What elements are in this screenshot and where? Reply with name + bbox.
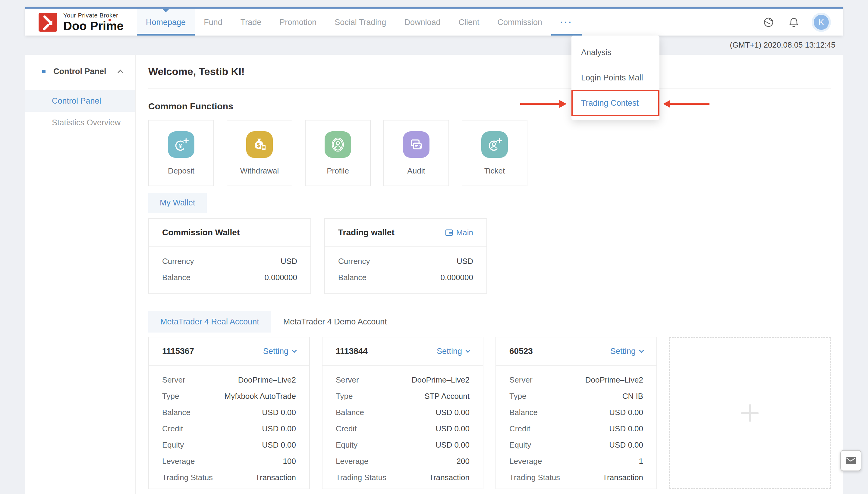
svg-text:¥: ¥ — [420, 144, 422, 149]
notifications-bell-icon[interactable] — [789, 17, 799, 28]
sidebar-item-statistics-overview[interactable]: Statistics Overview — [25, 112, 135, 133]
nav-item-more[interactable]: ··· — [551, 9, 582, 36]
row-value: DooPrime–Live2 — [412, 375, 469, 385]
row-label: Balance — [509, 408, 538, 417]
main-nav: Homepage Fund Trade Promotion Social Tra… — [137, 9, 582, 36]
common-functions-title: Common Functions — [148, 97, 831, 116]
account-detail-row: Credit USD 0.00 — [509, 420, 643, 437]
setting-dropdown-button[interactable]: Setting — [437, 347, 469, 356]
wallet-card-title: Trading wallet — [338, 228, 394, 238]
row-label: Credit — [162, 424, 183, 434]
row-value: 0.000000 — [265, 273, 297, 282]
nav-item-homepage[interactable]: Homepage — [137, 9, 195, 36]
svg-text:$: $ — [257, 142, 260, 148]
row-value: USD 0.00 — [609, 424, 643, 434]
nav-item-download[interactable]: Download — [395, 9, 449, 36]
setting-label: Setting — [437, 347, 462, 356]
row-label: Server — [336, 375, 359, 385]
common-functions-row: ¥ Deposit $ Withdrawal — [148, 120, 831, 186]
sidebar-group-label: Control Panel — [53, 67, 106, 76]
setting-dropdown-button[interactable]: Setting — [263, 347, 296, 356]
function-card-profile[interactable]: Profile — [305, 120, 371, 186]
add-account-placeholder[interactable] — [669, 337, 831, 489]
account-detail-row: Trading Status Transaction — [336, 469, 469, 486]
account-number: 60523 — [509, 346, 533, 356]
brand-tagline: Your Private Broker — [63, 12, 124, 19]
sidebar-item-control-panel[interactable]: Control Panel — [25, 90, 135, 112]
function-card-deposit[interactable]: ¥ Deposit — [148, 120, 214, 186]
main-wallet-link[interactable]: Main — [445, 228, 473, 238]
row-label: Currency — [338, 256, 370, 266]
plus-icon — [741, 404, 759, 422]
nav-item-social-trading[interactable]: Social Trading — [326, 9, 395, 36]
deposit-icon: ¥ — [168, 131, 195, 158]
sidebar-group-control-panel[interactable]: Control Panel — [25, 55, 135, 76]
wallet-row-currency: Currency USD — [338, 253, 473, 269]
sidebar: Control Panel Control Panel Statistics O… — [25, 55, 136, 494]
row-label: Trading Status — [162, 473, 213, 482]
row-label: Trading Status — [336, 473, 386, 482]
tab-mt4-real-account[interactable]: MetaTrader 4 Real Account — [148, 311, 271, 332]
commission-wallet-card: Commission Wallet Currency USD Balance 0… — [148, 218, 311, 294]
account-detail-row: Credit USD 0.00 — [336, 420, 469, 437]
account-detail-row: Type Myfxbook AutoTrade — [162, 388, 296, 404]
row-value: USD — [457, 256, 473, 266]
nav-item-commission[interactable]: Commission — [488, 9, 552, 36]
account-detail-row: Server DooPrime–Live2 — [336, 372, 469, 388]
row-label: Credit — [509, 424, 530, 434]
row-label: Server — [509, 375, 533, 385]
menu-item-login-points-mall[interactable]: Login Points Mall — [571, 65, 660, 90]
setting-dropdown-button[interactable]: Setting — [610, 347, 643, 356]
tab-mt4-demo-account[interactable]: MetaTrader 4 Demo Account — [271, 311, 399, 332]
chevron-up-icon[interactable] — [117, 70, 123, 75]
wallet-tabs: My Wallet — [148, 193, 831, 213]
chevron-down-icon — [466, 348, 470, 353]
nav-item-trade[interactable]: Trade — [232, 9, 271, 36]
row-label: Equity — [336, 440, 357, 450]
account-detail-row: Trading Status Transaction — [162, 469, 296, 486]
row-value: Transaction — [603, 473, 643, 482]
brand-logo[interactable]: Your Private Broker Doo Prime — [25, 9, 131, 36]
bullet-icon — [42, 70, 45, 73]
function-card-withdrawal[interactable]: $ Withdrawal — [227, 120, 292, 186]
wallet-row-currency: Currency USD — [162, 253, 297, 269]
menu-item-analysis[interactable]: Analysis — [571, 40, 660, 65]
row-value: USD 0.00 — [436, 408, 469, 417]
menu-item-trading-contest-label: Trading Contest — [581, 98, 639, 108]
user-avatar[interactable]: K — [814, 15, 829, 30]
account-detail-row: Balance USD 0.00 — [509, 404, 643, 420]
nav-item-client[interactable]: Client — [449, 9, 488, 36]
nav-item-promotion[interactable]: Promotion — [270, 9, 326, 36]
tab-my-wallet[interactable]: My Wallet — [148, 193, 207, 213]
account-detail-row: Balance USD 0.00 — [162, 404, 296, 420]
row-label: Balance — [336, 408, 364, 417]
function-card-ticket[interactable]: Ticket — [462, 120, 528, 186]
row-label: Trading Status — [509, 473, 560, 482]
chevron-down-icon — [639, 348, 644, 353]
main-wallet-link-label: Main — [456, 228, 473, 238]
language-globe-icon[interactable] — [763, 17, 774, 28]
row-label: Type — [509, 392, 526, 401]
account-number: 1115367 — [162, 346, 194, 356]
row-value: STP Account — [424, 392, 469, 401]
row-value: USD — [281, 256, 297, 266]
audit-icon: ¥ — [403, 131, 429, 158]
contact-mail-button[interactable] — [840, 450, 861, 471]
nav-item-fund[interactable]: Fund — [195, 9, 232, 36]
account-detail-row: Balance USD 0.00 — [336, 404, 469, 420]
profile-icon — [325, 131, 351, 158]
row-value: DooPrime–Live2 — [238, 375, 296, 385]
row-value: USD 0.00 — [609, 440, 643, 450]
row-label: Credit — [336, 424, 356, 434]
row-value: Transaction — [255, 473, 296, 482]
function-card-label: Ticket — [484, 166, 505, 176]
row-label: Leverage — [509, 457, 542, 466]
function-card-audit[interactable]: ¥ Audit — [383, 120, 449, 186]
row-value: 200 — [457, 457, 469, 466]
more-menu-dropdown: Analysis Login Points Mall Trading Conte… — [571, 36, 660, 120]
menu-item-trading-contest[interactable]: Trading Contest — [571, 90, 660, 116]
function-card-label: Deposit — [168, 166, 195, 176]
row-label: Type — [336, 392, 353, 401]
setting-label: Setting — [610, 347, 635, 356]
row-label: Equity — [162, 440, 184, 450]
